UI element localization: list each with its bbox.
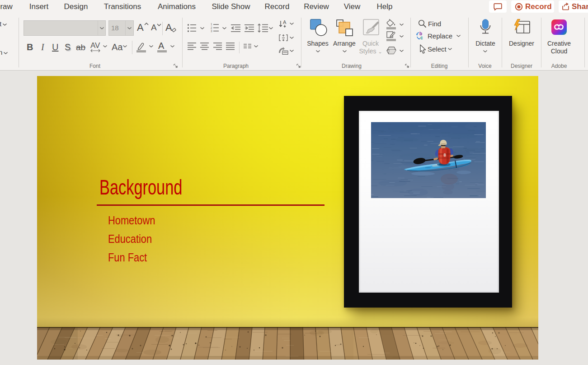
svg-text:c: c [420,35,423,40]
svg-text:1: 1 [211,23,212,26]
svg-text:2: 2 [211,26,212,29]
svg-text:A: A [283,20,287,25]
svg-text:3: 3 [211,29,212,33]
